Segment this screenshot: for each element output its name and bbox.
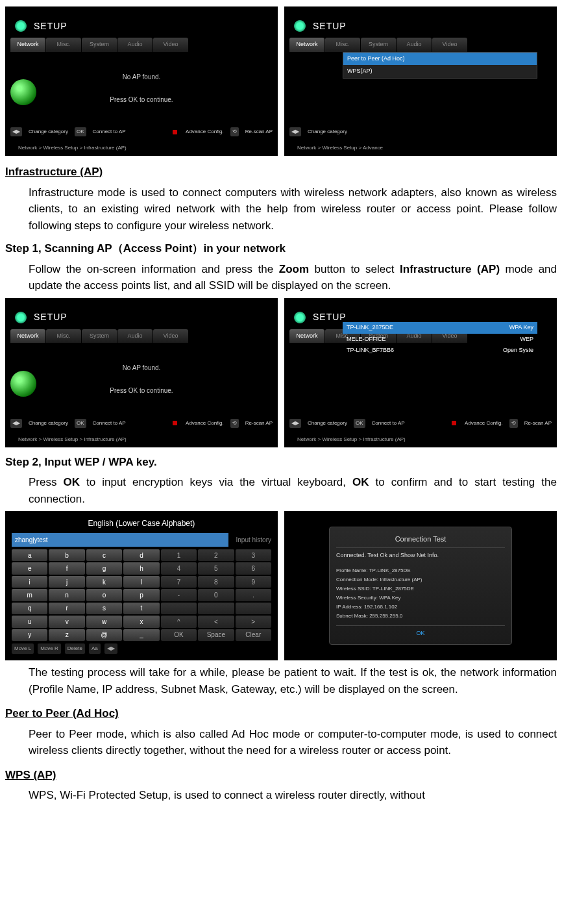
tab-video[interactable]: Video	[153, 329, 188, 343]
tab-audio[interactable]: Audio	[397, 38, 432, 52]
keyboard-key[interactable]: p	[123, 589, 159, 601]
key-nav-icon: ◀▶	[289, 127, 301, 136]
press-ok-msg: Press OK to continue.	[110, 95, 173, 105]
footer-rescan: Re-scan AP	[245, 128, 273, 136]
keyboard-key[interactable]: _	[123, 629, 159, 641]
ap-row[interactable]: TP-LINK_2875DE WPA Key	[343, 322, 537, 334]
tab-video[interactable]: Video	[153, 38, 188, 52]
keyboard-key[interactable]: a	[12, 549, 47, 561]
keyboard-history[interactable]: Input history	[236, 533, 271, 547]
keyboard-key[interactable]: t	[123, 603, 159, 614]
ap-sec: WPA Key	[509, 323, 533, 332]
mode-dropdown[interactable]: Peer to Peer (Ad Hoc) WPS(AP)	[343, 52, 537, 79]
key-rescan-icon: ⟲	[509, 419, 518, 428]
keyboard-key[interactable]: 2	[198, 549, 234, 561]
keyboard-key[interactable]: .	[236, 589, 271, 601]
keyboard-key[interactable]: <	[198, 616, 234, 627]
ap-sec: WEP	[520, 335, 533, 344]
heading-peer: Peer to Peer (Ad Hoc)	[5, 705, 557, 722]
kb-btn-nav[interactable]: ◀▶	[104, 643, 117, 654]
keyboard-key[interactable]: 4	[161, 562, 197, 574]
keyboard-key[interactable]	[198, 603, 234, 614]
keyboard-key[interactable]: c	[86, 549, 122, 561]
keyboard-key[interactable]: d	[123, 549, 159, 561]
red-dot-icon	[173, 130, 177, 134]
keyboard-bottom: Move L Move R Delete Aa ◀▶	[12, 643, 271, 654]
kb-btn-mover[interactable]: Move R	[38, 643, 61, 654]
keyboard-key[interactable]: h	[123, 562, 159, 574]
keyboard-key[interactable]	[236, 603, 271, 614]
connection-ok-button[interactable]: OK	[336, 625, 505, 638]
ap-row[interactable]: TP-LINK_BF7BB6 Open Syste	[343, 345, 537, 356]
keyboard-key[interactable]: f	[49, 562, 84, 574]
keyboard-key[interactable]: e	[12, 562, 47, 574]
screenshot-row-2: SETUP Network Misc. System Audio Video N…	[5, 298, 557, 447]
footer-connect: Connect to AP	[93, 419, 126, 427]
conn-ip: IP Address: 192.168.1.102	[336, 603, 505, 611]
tab-system[interactable]: System	[82, 38, 117, 52]
keyboard-key[interactable]: -	[161, 589, 197, 601]
ap-list[interactable]: TP-LINK_2875DE WPA Key MELE-OFFICE WEP T…	[343, 322, 537, 356]
keyboard-key[interactable]: r	[49, 603, 84, 614]
tab-misc[interactable]: Misc.	[46, 329, 81, 343]
keyboard-key[interactable]: @	[86, 629, 122, 641]
tab-network[interactable]: Network	[289, 329, 324, 343]
gear-icon	[13, 310, 29, 325]
tab-system[interactable]: System	[82, 329, 117, 343]
keyboard-key[interactable]: k	[86, 576, 122, 588]
tab-video[interactable]: Video	[432, 38, 467, 52]
keyboard-key[interactable]: 3	[236, 549, 271, 561]
keyboard-key[interactable]: 0	[198, 589, 234, 601]
heading-infrastructure: Infrastructure (AP)	[5, 164, 557, 181]
keyboard-key[interactable]: 5	[198, 562, 234, 574]
keyboard-key[interactable]: >	[236, 616, 271, 627]
keyboard-key[interactable]: 9	[236, 576, 271, 588]
keyboard-key[interactable]: 8	[198, 576, 234, 588]
keyboard-key[interactable]: Clear	[236, 629, 271, 641]
keyboard-key[interactable]: w	[86, 616, 122, 627]
tab-audio[interactable]: Audio	[117, 329, 153, 343]
step1-heading: Step 1, Scanning AP（Access Point）in your…	[5, 240, 557, 257]
key-ok-icon: OK	[75, 127, 86, 136]
keyboard-key[interactable]: z	[49, 629, 84, 641]
keyboard-key[interactable]: y	[12, 629, 47, 641]
keyboard-key[interactable]: 6	[236, 562, 271, 574]
keyboard-key[interactable]: 1	[161, 549, 197, 561]
keyboard-key[interactable]: u	[12, 616, 47, 627]
ap-row[interactable]: MELE-OFFICE WEP	[343, 334, 537, 345]
keyboard-title: English (Lower Case Alphabet)	[12, 518, 271, 529]
tab-network[interactable]: Network	[289, 38, 324, 52]
key-ok-icon: OK	[75, 419, 86, 428]
dropdown-wps[interactable]: WPS(AP)	[343, 65, 537, 78]
globe-icon	[10, 371, 36, 397]
keyboard-key[interactable]: v	[49, 616, 84, 627]
keyboard-key[interactable]: o	[86, 589, 122, 601]
tab-misc[interactable]: Misc.	[46, 38, 81, 52]
tab-network[interactable]: Network	[10, 329, 45, 343]
tab-network[interactable]: Network	[10, 38, 45, 52]
keyboard-key[interactable]: 7	[161, 576, 197, 588]
keyboard-input[interactable]: zhangjytest	[12, 533, 228, 547]
keyboard-key[interactable]: m	[12, 589, 47, 601]
keyboard-key[interactable]: i	[12, 576, 47, 588]
kb-btn-case[interactable]: Aa	[89, 643, 101, 654]
tab-system[interactable]: System	[361, 38, 396, 52]
tab-audio[interactable]: Audio	[117, 38, 153, 52]
keyboard-key[interactable]	[161, 603, 197, 614]
keyboard-key[interactable]: n	[49, 589, 84, 601]
keyboard-key[interactable]: j	[49, 576, 84, 588]
keyboard-key[interactable]: OK	[161, 629, 197, 641]
keyboard-key[interactable]: q	[12, 603, 47, 614]
tab-misc[interactable]: Misc.	[325, 38, 360, 52]
keyboard-key[interactable]: l	[123, 576, 159, 588]
kb-btn-movel[interactable]: Move L	[12, 643, 34, 654]
keyboard-key[interactable]: b	[49, 549, 84, 561]
keyboard-key[interactable]: s	[86, 603, 122, 614]
kb-btn-delete[interactable]: Delete	[65, 643, 85, 654]
dropdown-peer[interactable]: Peer to Peer (Ad Hoc)	[343, 53, 537, 66]
keyboard-key[interactable]: g	[86, 562, 122, 574]
keyboard-key[interactable]: ^	[161, 616, 197, 627]
keyboard-key[interactable]: x	[123, 616, 159, 627]
keyboard-key[interactable]: Space	[198, 629, 234, 641]
screenshot-row-3: English (Lower Case Alphabet) zhangjytes…	[5, 511, 557, 660]
